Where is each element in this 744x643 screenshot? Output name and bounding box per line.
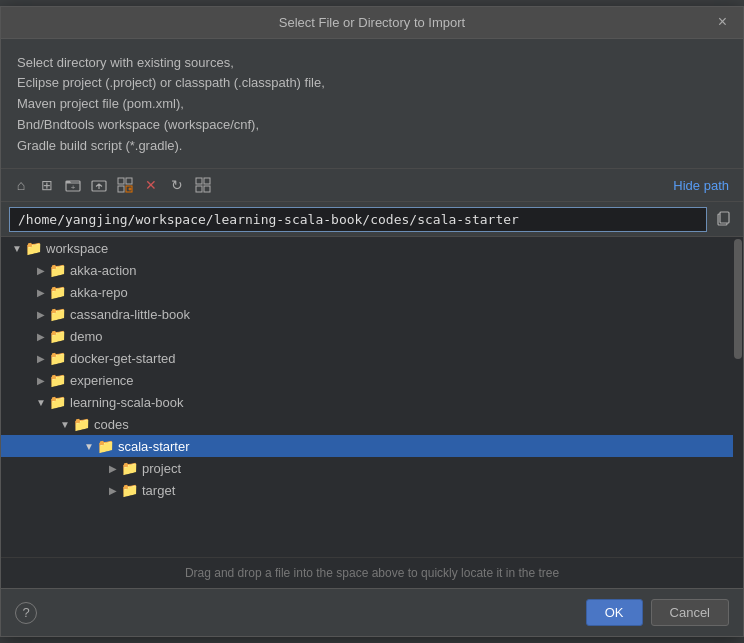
path-bar: [1, 202, 743, 237]
node-label-learning-scala-book: learning-scala-book: [70, 395, 183, 410]
delete-button[interactable]: ✕: [139, 173, 163, 197]
node-label-cassandra: cassandra-little-book: [70, 307, 190, 322]
node-label-codes: codes: [94, 417, 129, 432]
tree-node-akka-action[interactable]: ▶ 📁 akka-action: [1, 259, 743, 281]
scrollbar-thumb[interactable]: [734, 239, 742, 359]
dialog: Select File or Directory to Import × Sel…: [0, 6, 744, 638]
expand-arrow-workspace: ▼: [9, 243, 25, 254]
node-label-akka-action: akka-action: [70, 263, 136, 278]
footer: ? OK Cancel: [1, 588, 743, 636]
node-label-workspace: workspace: [46, 241, 108, 256]
drag-hint: Drag and drop a file into the space abov…: [1, 557, 743, 588]
expand-button[interactable]: [113, 173, 137, 197]
tree-node-codes[interactable]: ▼ 📁 codes: [1, 413, 743, 435]
expand-arrow-learning-scala-book: ▼: [33, 397, 49, 408]
folder-icon-demo: 📁: [49, 328, 66, 344]
tree-node-target[interactable]: ▶ 📁 target: [1, 479, 743, 501]
svg-rect-11: [196, 186, 202, 192]
expand-arrow-project: ▶: [105, 463, 121, 474]
tree-node-scala-starter[interactable]: ▼ 📁 scala-starter: [1, 435, 743, 457]
tree-node-cassandra-little-book[interactable]: ▶ 📁 cassandra-little-book: [1, 303, 743, 325]
file-tree: ▼ 📁 workspace ▶ 📁 akka-action ▶ 📁 akka-r…: [1, 237, 743, 557]
node-label-target: target: [142, 483, 175, 498]
svg-text:+: +: [71, 183, 76, 192]
svg-rect-10: [204, 178, 210, 184]
expand-arrow-docker: ▶: [33, 353, 49, 364]
folder-icon-target: 📁: [121, 482, 138, 498]
folder-icon-codes: 📁: [73, 416, 90, 432]
path-input[interactable]: [9, 207, 707, 232]
folder-up-button[interactable]: [87, 173, 111, 197]
desc-line4: Bnd/Bndtools workspace (workspace/cnf),: [17, 115, 727, 136]
folder-icon-cassandra: 📁: [49, 306, 66, 322]
help-button[interactable]: ?: [15, 602, 37, 624]
scrollbar[interactable]: [733, 237, 743, 557]
node-label-docker: docker-get-started: [70, 351, 176, 366]
close-button[interactable]: ×: [712, 12, 733, 32]
svg-rect-9: [196, 178, 202, 184]
svg-rect-3: [118, 178, 124, 184]
hide-path-button[interactable]: Hide path: [667, 176, 735, 195]
ok-button[interactable]: OK: [586, 599, 643, 626]
desktop-button[interactable]: ⊞: [35, 173, 59, 197]
expand-arrow-codes: ▼: [57, 419, 73, 430]
svg-rect-14: [720, 212, 729, 223]
svg-rect-12: [204, 186, 210, 192]
expand-arrow-akka-action: ▶: [33, 265, 49, 276]
node-label-project: project: [142, 461, 181, 476]
folder-icon-akka-repo: 📁: [49, 284, 66, 300]
node-label-demo: demo: [70, 329, 103, 344]
title-bar: Select File or Directory to Import ×: [1, 7, 743, 39]
tree-node-project[interactable]: ▶ 📁 project: [1, 457, 743, 479]
node-label-experience: experience: [70, 373, 134, 388]
node-label-akka-repo: akka-repo: [70, 285, 128, 300]
dialog-title: Select File or Directory to Import: [279, 15, 465, 30]
tree-node-experience[interactable]: ▶ 📁 experience: [1, 369, 743, 391]
path-copy-button[interactable]: [711, 206, 735, 232]
expand-arrow-cassandra: ▶: [33, 309, 49, 320]
svg-rect-4: [126, 178, 132, 184]
desc-line2: Eclipse project (.project) or classpath …: [17, 73, 727, 94]
desc-line5: Gradle build script (*.gradle).: [17, 136, 727, 157]
expand-arrow-experience: ▶: [33, 375, 49, 386]
desc-line1: Select directory with existing sources,: [17, 53, 727, 74]
folder-icon-akka-action: 📁: [49, 262, 66, 278]
expand-arrow-target: ▶: [105, 485, 121, 496]
folder-icon-docker: 📁: [49, 350, 66, 366]
new-folder-button[interactable]: +: [61, 173, 85, 197]
folder-icon-experience: 📁: [49, 372, 66, 388]
home-button[interactable]: ⌂: [9, 173, 33, 197]
tree-node-demo[interactable]: ▶ 📁 demo: [1, 325, 743, 347]
cancel-button[interactable]: Cancel: [651, 599, 729, 626]
tree-node-workspace[interactable]: ▼ 📁 workspace: [1, 237, 743, 259]
folder-icon-project: 📁: [121, 460, 138, 476]
desc-line3: Maven project file (pom.xml),: [17, 94, 727, 115]
expand-arrow-scala-starter: ▼: [81, 441, 97, 452]
expand-arrow-akka-repo: ▶: [33, 287, 49, 298]
node-label-scala-starter: scala-starter: [118, 439, 190, 454]
expand-arrow-demo: ▶: [33, 331, 49, 342]
tree-node-akka-repo[interactable]: ▶ 📁 akka-repo: [1, 281, 743, 303]
description-area: Select directory with existing sources, …: [1, 39, 743, 170]
refresh-button[interactable]: ↻: [165, 173, 189, 197]
folder-icon-learning-scala-book: 📁: [49, 394, 66, 410]
folder-icon-workspace: 📁: [25, 240, 42, 256]
tree-node-learning-scala-book[interactable]: ▼ 📁 learning-scala-book: [1, 391, 743, 413]
toolbar: ⌂ ⊞ + ✕ ↻: [1, 169, 743, 202]
folder-icon-scala-starter: 📁: [97, 438, 114, 454]
svg-rect-5: [118, 186, 124, 192]
show-hidden-button[interactable]: [191, 173, 215, 197]
tree-node-docker-get-started[interactable]: ▶ 📁 docker-get-started: [1, 347, 743, 369]
